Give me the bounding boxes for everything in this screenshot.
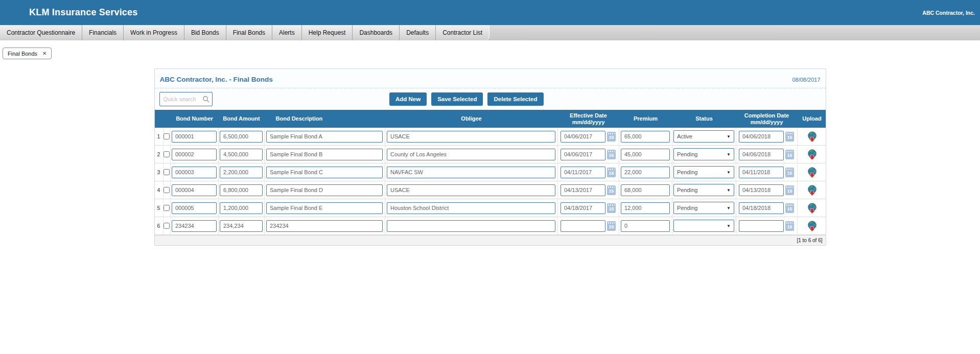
- header-bond-number: Bond Number: [171, 110, 219, 128]
- status-select[interactable]: ▼: [673, 220, 734, 232]
- status-select[interactable]: Pending ▼: [673, 184, 734, 196]
- completion-date-input[interactable]: [739, 131, 784, 143]
- bond-number-input[interactable]: [172, 184, 217, 196]
- nav-items: Contractor QuestionnaireFinancialsWork i…: [0, 25, 489, 40]
- bond-amount-input[interactable]: [220, 220, 263, 232]
- completion-date-input[interactable]: [739, 202, 784, 214]
- bond-description-input[interactable]: [266, 202, 383, 214]
- upload-icon[interactable]: [807, 167, 818, 178]
- header-upload: Upload: [798, 110, 827, 128]
- calendar-icon[interactable]: 15: [785, 221, 794, 231]
- premium-input[interactable]: [621, 202, 670, 214]
- calendar-icon[interactable]: 15: [785, 203, 794, 213]
- obligee-input[interactable]: [387, 149, 555, 160]
- bond-amount-input[interactable]: [220, 184, 263, 196]
- nav-item-bid-bonds[interactable]: Bid Bonds: [184, 25, 226, 40]
- bond-description-input[interactable]: [266, 167, 383, 178]
- calendar-icon[interactable]: 15: [607, 203, 616, 213]
- premium-input[interactable]: [621, 184, 670, 196]
- obligee-input[interactable]: [387, 220, 555, 232]
- close-icon[interactable]: ✕: [42, 51, 46, 56]
- row-select-checkbox[interactable]: [164, 187, 170, 193]
- effective-date-input[interactable]: [561, 167, 605, 178]
- premium-input[interactable]: [621, 167, 670, 178]
- upload-icon[interactable]: [807, 202, 818, 214]
- premium-input[interactable]: [621, 131, 670, 143]
- nav-item-contractor-list[interactable]: Contractor List: [436, 25, 489, 40]
- calendar-icon[interactable]: 15: [607, 221, 616, 231]
- obligee-input[interactable]: [387, 202, 555, 214]
- nav-item-financials[interactable]: Financials: [82, 25, 124, 40]
- bond-description-input[interactable]: [266, 220, 383, 232]
- calendar-icon[interactable]: 15: [607, 150, 616, 159]
- calendar-icon[interactable]: 15: [607, 168, 616, 177]
- obligee-input[interactable]: [387, 167, 555, 178]
- completion-date-input[interactable]: [739, 220, 784, 232]
- bond-number-input[interactable]: [172, 202, 217, 214]
- nav-item-contractor-questionnaire[interactable]: Contractor Questionnaire: [0, 25, 82, 40]
- dropdown-caret-icon: ▼: [727, 188, 731, 193]
- status-select[interactable]: Pending ▼: [673, 202, 734, 214]
- bond-description-input[interactable]: [266, 149, 383, 160]
- row-select-checkbox[interactable]: [164, 151, 170, 157]
- nav-item-work-in-progress[interactable]: Work in Progress: [124, 25, 184, 40]
- premium-input[interactable]: [621, 149, 670, 160]
- row-select-checkbox[interactable]: [164, 133, 170, 139]
- add-new-button[interactable]: Add New: [389, 92, 427, 106]
- bond-number-input[interactable]: [172, 149, 217, 160]
- bond-number-input[interactable]: [172, 131, 217, 143]
- header-rownum: [155, 110, 164, 128]
- calendar-icon[interactable]: 15: [607, 185, 616, 195]
- page-title: ABC Contractor, Inc. - Final Bonds: [160, 76, 273, 83]
- effective-date-input[interactable]: [561, 149, 605, 160]
- completion-date-input[interactable]: [739, 167, 784, 178]
- calendar-icon[interactable]: 15: [785, 168, 794, 177]
- obligee-input[interactable]: [387, 184, 555, 196]
- bond-number-input[interactable]: [172, 167, 217, 178]
- premium-input[interactable]: [621, 220, 670, 232]
- upload-icon[interactable]: [807, 149, 818, 160]
- final-bonds-panel: ABC Contractor, Inc. - Final Bonds 08/08…: [154, 68, 826, 246]
- status-select[interactable]: Active ▼: [673, 130, 734, 143]
- nav-item-dashboards[interactable]: Dashboards: [353, 25, 400, 40]
- window-tab-final-bonds[interactable]: Final Bonds ✕: [3, 48, 52, 59]
- bond-description-input[interactable]: [266, 184, 383, 196]
- upload-icon[interactable]: [807, 131, 818, 143]
- row-select-checkbox[interactable]: [164, 205, 170, 211]
- nav-item-alerts[interactable]: Alerts: [272, 25, 302, 40]
- bond-description-input[interactable]: [266, 131, 383, 143]
- calendar-icon[interactable]: 15: [607, 132, 616, 141]
- effective-date-input[interactable]: [561, 131, 605, 143]
- completion-date-input[interactable]: [739, 149, 784, 160]
- calendar-icon[interactable]: 15: [785, 132, 794, 141]
- row-select-checkbox[interactable]: [164, 223, 170, 229]
- save-selected-button[interactable]: Save Selected: [431, 92, 483, 106]
- calendar-icon[interactable]: 15: [785, 150, 794, 159]
- bond-amount-input[interactable]: [220, 149, 263, 160]
- header-checkbox: [164, 110, 171, 128]
- row-select-checkbox[interactable]: [164, 169, 170, 175]
- nav-item-help-request[interactable]: Help Request: [302, 25, 353, 40]
- bond-amount-input[interactable]: [220, 202, 263, 214]
- effective-date-input[interactable]: [561, 220, 605, 232]
- panel-titlebar: ABC Contractor, Inc. - Final Bonds 08/08…: [155, 69, 826, 88]
- dropdown-caret-icon: ▼: [727, 134, 731, 139]
- status-select[interactable]: Pending ▼: [673, 166, 734, 178]
- obligee-input[interactable]: [387, 131, 555, 143]
- status-select[interactable]: Pending ▼: [673, 148, 734, 160]
- completion-date-input[interactable]: [739, 184, 784, 196]
- table-row-6: 6 15 ▼ 15: [155, 217, 826, 235]
- effective-date-input[interactable]: [561, 202, 605, 214]
- bond-number-input[interactable]: [172, 220, 217, 232]
- effective-date-input[interactable]: [561, 184, 605, 196]
- upload-icon[interactable]: [807, 184, 818, 196]
- bond-amount-input[interactable]: [220, 131, 263, 143]
- bond-amount-input[interactable]: [220, 167, 263, 178]
- table-header: Bond Number Bond Amount Bond Description…: [155, 110, 826, 128]
- upload-icon[interactable]: [807, 220, 818, 232]
- delete-selected-button[interactable]: Delete Selected: [487, 92, 543, 106]
- table-body: 1 15 Active ▼ 15: [155, 128, 826, 235]
- calendar-icon[interactable]: 15: [785, 185, 794, 195]
- nav-item-final-bonds[interactable]: Final Bonds: [226, 25, 272, 40]
- nav-item-defaults[interactable]: Defaults: [400, 25, 436, 40]
